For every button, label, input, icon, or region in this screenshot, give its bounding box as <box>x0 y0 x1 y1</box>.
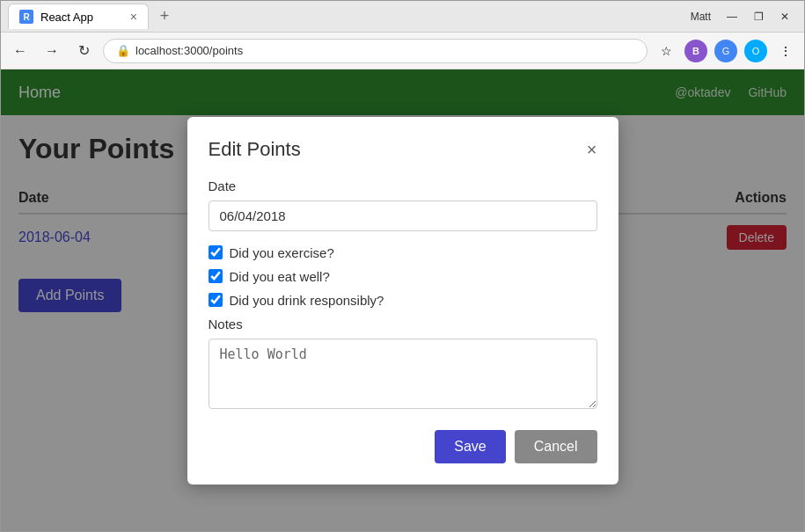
drink-checkbox-row: Did you drink responsibly? <box>209 293 597 308</box>
browser-tab[interactable]: R React App × <box>8 4 149 29</box>
new-tab-btn[interactable]: + <box>152 4 177 29</box>
notes-label: Notes <box>209 317 597 332</box>
address-text: localhost:3000/points <box>135 44 243 57</box>
tab-favicon: R <box>19 10 33 24</box>
save-btn[interactable]: Save <box>435 430 505 463</box>
address-bar[interactable]: 🔒 localhost:3000/points <box>103 39 648 63</box>
eat-well-checkbox[interactable] <box>209 269 223 283</box>
date-input[interactable] <box>209 200 597 231</box>
modal-overlay: Edit Points × Date Did you exercise? Did… <box>1 69 804 531</box>
title-bar-right: Matt — ❐ ✕ <box>684 8 797 26</box>
extension-icon-1[interactable]: B <box>684 40 707 62</box>
drink-label: Did you drink responsibly? <box>230 293 384 308</box>
drink-checkbox[interactable] <box>209 293 223 307</box>
bookmark-icon[interactable]: ☆ <box>655 40 677 62</box>
user-label: Matt <box>684 11 718 23</box>
extension-icon-3[interactable]: O <box>744 40 767 62</box>
reload-btn[interactable]: ↻ <box>71 39 96 63</box>
exercise-label: Did you exercise? <box>230 245 334 260</box>
app-content: Home @oktadev GitHub Your Points Date Po… <box>1 69 804 531</box>
close-window-btn[interactable]: ✕ <box>772 8 797 26</box>
notes-textarea[interactable]: Hello World <box>209 339 597 409</box>
edit-points-modal: Edit Points × Date Did you exercise? Did… <box>187 117 618 485</box>
exercise-checkbox[interactable] <box>209 245 223 259</box>
maximize-btn[interactable]: ❐ <box>746 8 771 26</box>
forward-btn[interactable]: → <box>40 39 64 63</box>
minimize-btn[interactable]: — <box>720 8 744 26</box>
modal-footer: Save Cancel <box>209 430 597 463</box>
menu-icon[interactable]: ⋮ <box>774 40 797 62</box>
lock-icon: 🔒 <box>116 44 130 57</box>
modal-header: Edit Points × <box>209 138 597 161</box>
browser-window: R React App × + Matt — ❐ ✕ ← → ↻ 🔒 local… <box>0 0 805 532</box>
exercise-checkbox-row: Did you exercise? <box>209 245 597 260</box>
back-btn[interactable]: ← <box>8 39 33 63</box>
modal-title: Edit Points <box>209 138 301 161</box>
date-label: Date <box>209 179 597 193</box>
modal-close-btn[interactable]: × <box>587 141 597 158</box>
tab-close-btn[interactable]: × <box>130 10 137 24</box>
tab-title: React App <box>40 11 93 24</box>
eat-well-label: Did you eat well? <box>230 269 330 284</box>
eat-well-checkbox-row: Did you eat well? <box>209 269 597 284</box>
cancel-btn[interactable]: Cancel <box>515 430 597 463</box>
browser-titlebar: R React App × + Matt — ❐ ✕ <box>1 1 804 33</box>
extension-icon-2[interactable]: G <box>714 40 737 62</box>
browser-navbar: ← → ↻ 🔒 localhost:3000/points ☆ B G O ⋮ <box>1 33 804 69</box>
